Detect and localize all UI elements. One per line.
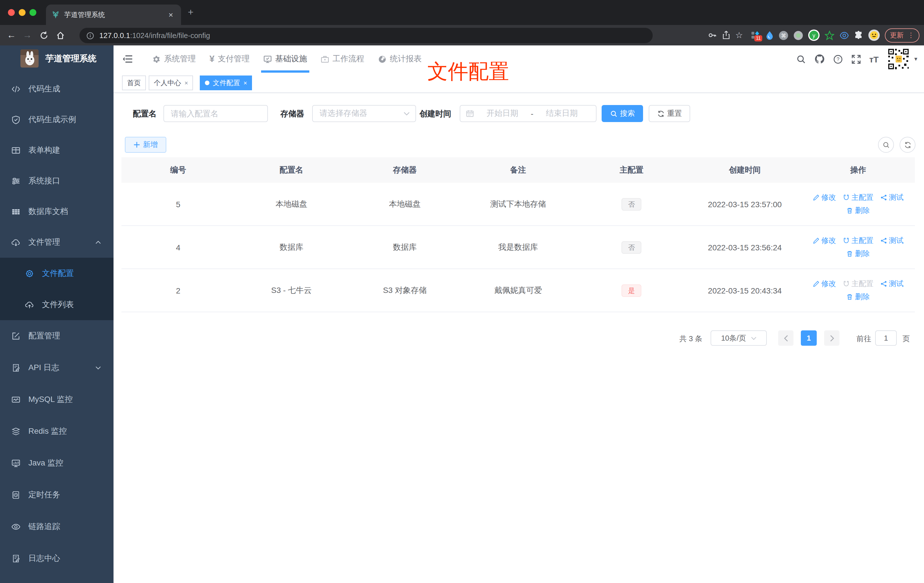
edit-link[interactable]: 修改 bbox=[813, 279, 836, 289]
col-header-actions: 操作 bbox=[802, 165, 915, 175]
extensions-puzzle-icon[interactable] bbox=[854, 31, 863, 40]
storage-select[interactable]: 请选择存储器 bbox=[312, 105, 416, 122]
sidebar-item-form-builder[interactable]: 表单构建 bbox=[0, 135, 114, 166]
test-link[interactable]: 测试 bbox=[880, 236, 904, 246]
extension-colorzilla-icon[interactable]: 11 bbox=[751, 30, 761, 40]
col-header-storage: 存储器 bbox=[348, 165, 462, 175]
sidebar-logo[interactable]: 芋道管理系统 bbox=[0, 45, 114, 74]
date-end-placeholder[interactable]: 结束日期 bbox=[546, 109, 578, 119]
cell-created: 2022-03-15 23:56:24 bbox=[688, 243, 802, 252]
sidebar-item-api-log[interactable]: API 日志 bbox=[0, 352, 114, 384]
date-start-placeholder[interactable]: 开始日期 bbox=[487, 109, 518, 119]
menu-payment-management[interactable]: ¥ 支付管理 bbox=[203, 45, 257, 73]
browser-actions: ☆ 11 ⌘ y bbox=[708, 25, 924, 45]
extension-drop-icon[interactable] bbox=[766, 30, 774, 40]
tag-file-config[interactable]: 文件配置 × bbox=[200, 76, 252, 90]
sidebar-item-config-management[interactable]: 配置管理 bbox=[0, 320, 114, 352]
prev-page-button[interactable] bbox=[778, 330, 794, 346]
search-button[interactable]: 搜索 bbox=[602, 105, 643, 122]
schedule-icon bbox=[12, 491, 20, 500]
menu-workflow[interactable]: 工作流程 bbox=[314, 45, 371, 73]
key-icon[interactable] bbox=[708, 31, 716, 40]
name-input[interactable] bbox=[163, 105, 268, 122]
test-link[interactable]: 测试 bbox=[880, 192, 904, 203]
cell-id: 4 bbox=[122, 243, 235, 252]
table-refresh-button[interactable] bbox=[899, 137, 916, 153]
table-search-toggle-button[interactable] bbox=[878, 137, 894, 153]
sidebar-item-java-monitor[interactable]: Java 监控 bbox=[0, 448, 114, 479]
edit-link[interactable]: 修改 bbox=[813, 192, 836, 203]
goto-page-input[interactable]: 1 bbox=[875, 330, 897, 346]
caret-down-icon[interactable]: ▼ bbox=[913, 56, 918, 62]
url-path: :1024/infra/file/file-config bbox=[130, 31, 210, 40]
chrome-update-button[interactable]: 更新 ⋮ bbox=[885, 28, 919, 42]
help-icon[interactable]: ? bbox=[833, 54, 843, 64]
master-config-link[interactable]: 主配置 bbox=[843, 236, 873, 246]
sidebar-item-file-list[interactable]: 文件列表 bbox=[0, 289, 114, 320]
user-avatar[interactable] bbox=[887, 48, 910, 70]
date-range-input[interactable]: 开始日期 - 结束日期 bbox=[460, 105, 597, 122]
tag-close-icon[interactable]: × bbox=[244, 79, 247, 86]
tag-close-icon[interactable]: × bbox=[185, 79, 188, 86]
menu-reports[interactable]: 统计报表 bbox=[371, 45, 429, 73]
sidebar-item-file-management[interactable]: 文件管理 bbox=[0, 227, 114, 258]
sidebar-item-code-gen[interactable]: 代码生成 bbox=[0, 74, 114, 104]
extension-gray-circle-icon[interactable] bbox=[794, 30, 803, 40]
font-size-icon[interactable]: тT bbox=[869, 54, 879, 64]
forward-icon[interactable]: → bbox=[23, 31, 32, 40]
sidebar-item-label: 日志中心 bbox=[28, 553, 60, 564]
edit-link[interactable]: 修改 bbox=[813, 236, 836, 246]
browser-menu-icon[interactable]: ⋮ bbox=[908, 31, 914, 39]
sidebar-item-log-center[interactable]: 日志中心 bbox=[0, 543, 114, 575]
sidebar-item-system-api[interactable]: 系统接口 bbox=[0, 166, 114, 197]
window-minimize-button[interactable] bbox=[19, 9, 26, 16]
sidebar-item-redis-monitor[interactable]: Redis 监控 bbox=[0, 416, 114, 448]
window-close-button[interactable] bbox=[8, 9, 15, 16]
menu-system-management[interactable]: 系统管理 bbox=[145, 45, 203, 73]
sidebar-item-db-doc[interactable]: 数据库文档 bbox=[0, 197, 114, 227]
extension-eye-icon[interactable] bbox=[840, 30, 849, 40]
extension-star-icon[interactable] bbox=[825, 30, 834, 40]
sidebar-item-code-demo[interactable]: 代码生成示例 bbox=[0, 104, 114, 135]
test-link[interactable]: 测试 bbox=[880, 279, 904, 289]
reset-button[interactable]: 重置 bbox=[649, 105, 690, 122]
tag-home[interactable]: 首页 bbox=[122, 76, 146, 90]
name-input-field[interactable] bbox=[164, 109, 267, 118]
delete-link[interactable]: 删除 bbox=[846, 205, 870, 216]
current-page-button[interactable]: 1 bbox=[801, 330, 817, 346]
extension-command-icon[interactable]: ⌘ bbox=[779, 30, 788, 40]
master-config-link[interactable]: 主配置 bbox=[843, 192, 873, 203]
add-button[interactable]: 新增 bbox=[125, 137, 166, 153]
new-tab-button[interactable]: + bbox=[188, 7, 193, 18]
site-info-icon[interactable] bbox=[86, 31, 94, 40]
tag-profile[interactable]: 个人中心 × bbox=[149, 76, 193, 90]
github-icon[interactable] bbox=[814, 54, 824, 64]
sidebar-item-file-config[interactable]: 文件配置 bbox=[0, 258, 114, 289]
cell-remark: 戴佩妮真可爱 bbox=[462, 285, 575, 296]
extension-y-icon[interactable]: y bbox=[808, 30, 820, 41]
window-zoom-button[interactable] bbox=[30, 9, 36, 16]
layers-icon bbox=[12, 427, 20, 436]
page-size-select[interactable]: 10条/页 bbox=[711, 330, 767, 346]
share-icon[interactable] bbox=[722, 31, 730, 40]
delete-link[interactable]: 删除 bbox=[846, 292, 870, 302]
back-icon[interactable]: ← bbox=[7, 31, 16, 40]
menu-infrastructure[interactable]: 基础设施 bbox=[257, 45, 314, 73]
address-bar[interactable]: 127.0.0.1:1024/infra/file/file-config bbox=[79, 28, 653, 43]
sidebar-item-label: MySQL 监控 bbox=[28, 395, 73, 405]
browser-tab[interactable]: 芋道管理系统 × bbox=[46, 5, 181, 25]
tab-close-icon[interactable]: × bbox=[166, 10, 175, 19]
sidebar-item-tracing[interactable]: 链路追踪 bbox=[0, 511, 114, 543]
reload-icon[interactable] bbox=[40, 31, 48, 40]
sidebar-item-scheduled-tasks[interactable]: 定时任务 bbox=[0, 479, 114, 511]
profile-emoji-icon[interactable] bbox=[868, 30, 880, 41]
next-page-button[interactable] bbox=[824, 330, 840, 346]
header-search-icon[interactable] bbox=[796, 54, 806, 64]
fullscreen-icon[interactable] bbox=[851, 54, 861, 64]
delete-link[interactable]: 删除 bbox=[846, 249, 870, 259]
sidebar-item-mysql-monitor[interactable]: MySQL 监控 bbox=[0, 384, 114, 416]
home-icon[interactable] bbox=[56, 31, 65, 40]
bookmark-star-icon[interactable]: ☆ bbox=[735, 30, 743, 40]
col-header-remark: 备注 bbox=[462, 165, 575, 175]
sidebar-toggle-icon[interactable] bbox=[122, 55, 133, 64]
